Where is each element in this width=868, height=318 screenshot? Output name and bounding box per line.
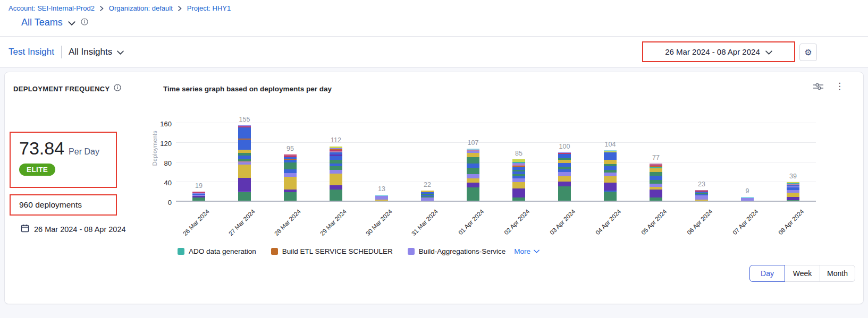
bar-segment [284,192,297,201]
bar-segment [467,164,479,168]
bar-segment [375,196,388,200]
breadcrumb-organization-link[interactable]: Organization: default [109,4,173,12]
bar-segment [330,156,342,160]
legend-label: ADO data generation [189,247,256,255]
chart-filter-icon[interactable] [813,82,823,91]
x-tick-label: 30 Mar 2024 [365,208,393,237]
bar-slot: 1330 Mar 2024 [359,123,404,202]
x-tick-label: 05 Apr 2024 [640,208,668,236]
top-bar: Account: SEI-Internal-Prod2 Organization… [0,0,868,37]
bar-segment [284,162,297,169]
bar-segment [467,168,479,174]
legend-swatch-icon [178,248,184,255]
widget-date-range-text: 26 Mar 2024 - 08 Apr 2024 [34,225,126,234]
bar-segment [238,127,251,138]
granularity-day-button[interactable]: Day [749,265,785,282]
bar-segment [512,188,525,197]
legend-swatch-icon [271,248,278,255]
y-tick-label: 40 [153,179,172,187]
stacked-bar[interactable] [558,152,571,202]
stacked-bar[interactable] [695,190,708,201]
bar-slot: 10701 Apr 2024 [450,123,496,202]
bar-slots: 1926 Mar 202415527 Mar 20249528 Mar 2024… [176,123,816,202]
x-tick-label: 08 Apr 2024 [777,208,805,236]
bar-segment [604,183,617,191]
deployment-rate-unit: Per Day [69,147,99,157]
stacked-bar[interactable] [604,150,617,201]
bar-segment [467,183,479,187]
granularity-month-button[interactable]: Month [820,265,855,282]
bar-segment [604,192,617,202]
insights-scope-label: All Insights [69,47,112,57]
legend-label: Build-Aggregations-Service [419,247,506,255]
breadcrumb: Account: SEI-Internal-Prod2 Organization… [9,4,231,12]
stacked-bar[interactable] [330,146,342,201]
stacked-bar[interactable] [787,182,799,201]
stacked-bar[interactable] [284,154,297,201]
kebab-menu-icon[interactable]: ⋮ [835,82,844,91]
insights-scope-dropdown[interactable]: All Insights [69,47,124,57]
date-range-picker[interactable]: 26 Mar 2024 - 08 Apr 2024 [642,41,795,62]
chevron-down-icon[interactable] [68,18,75,28]
stacked-bar[interactable] [512,159,525,201]
granularity-week-button[interactable]: Week [785,265,820,282]
bar-segment [604,176,617,183]
elite-badge: ELITE [19,164,55,176]
insight-bar: Test Insight All Insights 26 Mar 2024 - … [0,37,868,67]
breadcrumb-account-link[interactable]: Account: SEI-Internal-Prod2 [9,4,95,12]
total-annotation-box: 960 deployments [10,194,117,216]
x-tick-label: 28 Mar 2024 [273,208,302,237]
legend-swatch-icon [408,248,415,255]
y-tick-label: 160 [153,120,172,128]
bar-value-label: 19 [195,182,203,190]
legend-item[interactable]: ADO data generation [178,247,256,255]
breadcrumb-project-link[interactable]: Project: HHY1 [187,4,231,12]
x-axis-line [176,201,816,202]
x-tick-label: 29 Mar 2024 [319,208,348,237]
bar-slot: 907 Apr 2024 [724,123,770,202]
bar-slot: 2306 Apr 2024 [679,123,724,202]
stacked-bar[interactable] [192,192,205,201]
bar-value-label: 155 [239,116,250,123]
bar-segment [330,190,342,201]
x-tick-label: 03 Apr 2024 [549,208,576,236]
bar-value-label: 100 [559,143,570,150]
dashboard-content: DEPLOYMENT FREQUENCY 73.84 Per Day ELITE… [0,67,868,318]
legend-item[interactable]: Build ETL SERVICE SCHEDULER [271,247,393,255]
y-tick-label: 0 [153,199,172,207]
bar-slot: 1926 Mar 2024 [176,123,222,202]
legend-more-link[interactable]: More [514,247,540,255]
settings-gear-button[interactable]: ⚙ [799,44,817,61]
bar-segment [330,174,342,185]
bar-slot: 11229 Mar 2024 [313,123,359,202]
bar-value-label: 39 [789,173,797,180]
stacked-bar[interactable] [421,191,434,201]
bar-segment [558,186,571,201]
insight-name-link[interactable]: Test Insight [9,47,54,57]
info-icon[interactable] [114,84,121,93]
bar-segment [238,165,251,178]
widget-title: DEPLOYMENT FREQUENCY [13,85,110,93]
stacked-bar[interactable] [238,125,251,201]
bar-value-label: 95 [286,145,294,152]
vertical-divider [61,46,62,58]
gear-icon: ⚙ [804,47,812,57]
bar-segment [467,174,479,178]
bar-slot: 10003 Apr 2024 [542,123,587,202]
plot-area: 040801201601926 Mar 202415527 Mar 202495… [176,123,816,202]
x-tick-label: 04 Apr 2024 [594,208,622,236]
teams-selector-label[interactable]: All Teams [21,17,63,28]
y-tick-label: 80 [153,159,172,167]
chart-title: Time series graph based on deployments p… [163,85,332,93]
stacked-bar[interactable] [650,164,662,201]
info-icon[interactable] [81,18,88,28]
bar-segment [604,156,617,160]
teams-selector[interactable]: All Teams [21,17,88,28]
bar-slot: 8502 Apr 2024 [496,123,542,202]
bar-segment [558,154,571,158]
date-range-value: 26 Mar 2024 - 08 Apr 2024 [665,47,760,56]
legend-item[interactable]: Build-Aggregations-Service [408,247,506,255]
stacked-bar[interactable] [467,149,479,201]
bar-value-label: 13 [378,185,385,193]
bar-slot: 7705 Apr 2024 [633,123,679,202]
